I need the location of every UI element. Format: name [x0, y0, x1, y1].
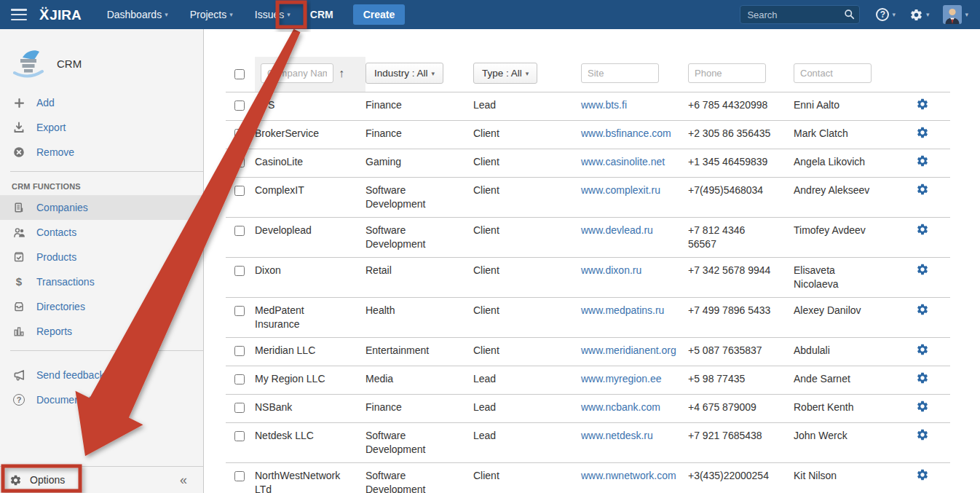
phone-cell: +1 345 46459839 [688, 149, 794, 178]
chevron-down-icon: ▾ [165, 11, 168, 18]
table-row: DixonRetailClientwww.dixon.ru+7 342 5678… [226, 258, 950, 298]
site-link[interactable]: www.dixon.ru [581, 264, 641, 276]
type-cell: Lead [473, 395, 581, 423]
gear-icon [909, 8, 923, 22]
type-cell: Lead [473, 366, 581, 395]
admin-settings-menu[interactable]: ▾ [909, 8, 930, 22]
sort-ascending-icon[interactable]: ↑ [339, 67, 344, 80]
industry-cell: Gaming [365, 149, 473, 178]
site-link[interactable]: www.netdesk.ru [581, 430, 653, 441]
sidebar-item-reports[interactable]: Reports [0, 319, 203, 344]
site-link[interactable]: www.myregion.ee [581, 373, 662, 384]
contact-cell: Alexey Danilov [794, 298, 903, 338]
sidebar-item-remove[interactable]: Remove [0, 140, 203, 165]
user-profile-menu[interactable]: ▾ [943, 5, 968, 24]
phone-cell: +7 342 5678 9944 [688, 258, 794, 298]
row-checkbox[interactable] [234, 157, 245, 167]
company-name-filter-input[interactable] [261, 63, 333, 83]
sidebar-item-products[interactable]: Products [0, 245, 203, 269]
site-link[interactable]: www.meridianent.org [581, 344, 676, 356]
chevron-down-icon: ▾ [965, 11, 968, 18]
crm-sidebar: CRM Add Export Remove CRM FUNCTIONS Comp… [0, 29, 204, 493]
nav-item-dashboards[interactable]: Dashboards▾ [96, 0, 179, 29]
row-checkbox[interactable] [234, 471, 245, 481]
row-settings-gear-icon[interactable] [916, 98, 929, 114]
help-menu[interactable]: ? ▾ [876, 8, 896, 21]
site-link[interactable]: www.ncbank.com [581, 401, 660, 413]
help-icon: ? [876, 8, 889, 21]
collapse-sidebar-icon[interactable]: « [180, 473, 187, 488]
site-link[interactable]: www.bts.fi [581, 99, 627, 111]
industry-cell: Software Development [365, 218, 473, 258]
companies-table-body: BTSFinanceLeadwww.bts.fi+6 785 44320998E… [226, 92, 950, 493]
row-settings-gear-icon[interactable] [916, 183, 929, 200]
site-link[interactable]: www.devlead.ru [581, 224, 653, 236]
sidebar-item-send-feedback[interactable]: Send feedback [0, 363, 203, 387]
type-cell: Lead [473, 92, 581, 121]
options-button[interactable]: Options [30, 474, 65, 486]
sidebar-item-contacts[interactable]: Contacts [0, 220, 203, 245]
remove-circle-icon [12, 146, 26, 158]
chevron-down-icon: ▾ [229, 11, 233, 18]
industry-cell: Software Development [365, 463, 473, 493]
search-input[interactable] [740, 5, 860, 24]
sidebar-item-documentation[interactable]: ? Documentation [0, 387, 203, 412]
select-all-checkbox[interactable] [234, 69, 245, 79]
row-settings-gear-icon[interactable] [916, 303, 929, 320]
site-filter-input[interactable] [581, 63, 659, 83]
site-link[interactable]: www.medpatins.ru [581, 304, 664, 316]
row-settings-gear-icon[interactable] [916, 400, 929, 417]
table-row: CasinoLiteGamingClientwww.casinolite.net… [226, 149, 950, 178]
phone-cell: +4 675 879009 [688, 395, 794, 423]
create-button[interactable]: Create [353, 4, 406, 25]
row-checkbox[interactable] [234, 266, 245, 276]
company-name-cell: Developlead [255, 218, 365, 258]
contact-filter-input[interactable] [794, 63, 872, 83]
sidebar-item-companies[interactable]: Companies [0, 195, 203, 220]
nav-item-crm[interactable]: CRM [301, 0, 342, 29]
jira-logo[interactable]: Ẍ JIRA [39, 7, 82, 23]
row-settings-gear-icon[interactable] [916, 428, 929, 445]
sidebar-item-export[interactable]: Export [0, 115, 203, 140]
row-settings-gear-icon[interactable] [916, 154, 929, 171]
site-link[interactable]: www.complexit.ru [581, 184, 660, 196]
row-checkbox[interactable] [234, 100, 245, 111]
industry-cell: Retail [365, 258, 473, 298]
contact-cell: Ande Sarnet [794, 366, 903, 395]
row-checkbox[interactable] [234, 431, 245, 441]
sidebar-footer: Options « [0, 466, 203, 493]
dollar-icon [12, 276, 26, 288]
nav-item-issues[interactable]: Issues▾ [244, 0, 301, 29]
search-icon[interactable] [844, 9, 855, 23]
row-checkbox[interactable] [234, 306, 245, 316]
row-checkbox[interactable] [234, 346, 245, 356]
row-settings-gear-icon[interactable] [916, 263, 929, 280]
type-filter-dropdown[interactable]: Type : All▾ [473, 63, 537, 84]
row-settings-gear-icon[interactable] [916, 126, 929, 143]
phone-cell: +3(435)22000254 [688, 463, 794, 493]
row-settings-gear-icon[interactable] [916, 223, 929, 240]
industry-cell: Software Development [365, 423, 473, 463]
row-settings-gear-icon[interactable] [916, 371, 929, 388]
gear-icon[interactable] [9, 474, 22, 486]
crm-logo-icon [12, 48, 45, 79]
industry-filter-dropdown[interactable]: Industry : All▾ [365, 63, 443, 84]
row-settings-gear-icon[interactable] [916, 468, 929, 485]
site-link[interactable]: www.bsfinance.com [581, 127, 671, 139]
row-checkbox[interactable] [234, 374, 245, 384]
company-name-cell: ComplexIT [255, 178, 365, 218]
row-checkbox[interactable] [234, 129, 245, 139]
row-checkbox[interactable] [234, 226, 245, 236]
sidebar-item-transactions[interactable]: Transactions [0, 269, 203, 294]
phone-filter-input[interactable] [688, 63, 766, 83]
product-box-icon [12, 251, 26, 263]
row-settings-gear-icon[interactable] [916, 343, 929, 360]
row-checkbox[interactable] [234, 403, 245, 413]
sidebar-item-directories[interactable]: Directories [0, 294, 203, 319]
site-link[interactable]: www.nwnetwork.com [581, 470, 676, 481]
nav-item-projects[interactable]: Projects▾ [179, 0, 244, 29]
hamburger-menu-icon[interactable] [11, 9, 27, 20]
row-checkbox[interactable] [234, 186, 245, 196]
sidebar-item-add[interactable]: Add [0, 90, 203, 115]
site-link[interactable]: www.casinolite.net [581, 156, 665, 167]
